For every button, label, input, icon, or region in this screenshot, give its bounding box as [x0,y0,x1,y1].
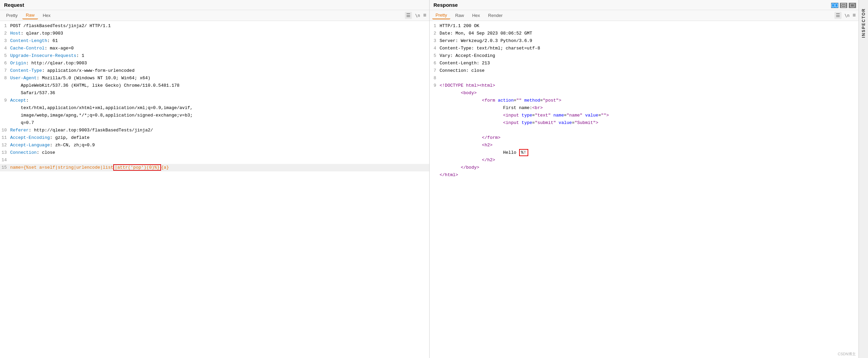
tab-response-render[interactable]: Render [485,12,506,19]
request-wrap-btn[interactable]: \n [414,13,421,18]
request-line-3: 3 Content-Length: 61 [0,37,429,45]
response-tab-actions: ☰ \n ≡ [834,12,856,19]
request-line-9: 9 Accept: text/html,application/xhtml+xm… [0,97,429,127]
request-tab-actions: ☰ \n ≡ [405,12,426,19]
response-line-15 [430,127,859,134]
request-panel-title: Request [0,0,429,10]
response-line-11: <form action="" method="post"> [430,97,859,104]
maximize-icon[interactable] [849,3,856,8]
response-line-16: </form> [430,134,859,142]
response-code-area[interactable]: 1 HTTP/1.1 200 OK 2 Date: Mon, 04 Sep 20… [430,21,859,358]
response-line-13: <input type="text" name="name" value=""> [430,112,859,119]
tab-request-raw[interactable]: Raw [22,12,38,19]
request-line-6: 6 Origin: http://qlear.top:9003 [0,60,429,67]
inspector-label: INSPECTOR [861,8,866,38]
response-line-17: <h2> [430,142,859,149]
tab-request-pretty[interactable]: Pretty [3,12,21,19]
response-line-7: 7 Connection: close [430,67,859,75]
response-panel: Response Pretty Raw Hex Render ☰ \n ≡ 1 … [430,0,859,358]
request-line-2: 2 Host: qlear.top:9003 [0,30,429,37]
request-line-1: 1 POST /flaskBasedTests/jinja2/ HTTP/1.1 [0,22,429,30]
request-line-14: 14 [0,156,429,164]
response-line-12: First name:<br> [430,104,859,112]
response-line-20: </body> [430,164,859,171]
response-line-1: 1 HTTP/1.1 200 OK [430,22,859,30]
tab-response-hex[interactable]: Hex [469,12,483,19]
top-toolbar [831,3,856,8]
request-format-btn[interactable]: ☰ [405,12,412,19]
response-line-3: 3 Server: Werkzeug/2.0.3 Python/3.6.9 [430,37,859,45]
request-tabs-bar: Pretty Raw Hex ☰ \n ≡ [0,10,429,21]
inspector-sidebar: INSPECTOR [859,0,868,358]
split-vertical-icon[interactable] [840,3,847,8]
response-panel-title: Response [430,0,859,10]
response-line-4: 4 Content-Type: text/html; charset=utf-8 [430,45,859,52]
response-format-btn[interactable]: ☰ [834,12,842,19]
request-line-13: 13 Connection: close [0,149,429,156]
tab-response-pretty[interactable]: Pretty [432,12,451,19]
request-line-12: 12 Accept-Language: zh-CN, zh;q=0.9 [0,142,429,149]
request-menu-btn[interactable]: ≡ [423,13,427,19]
response-line-21: </html> [430,171,859,179]
response-line-9: 9 <!DOCTYPE html><html> [430,82,859,89]
response-line-2: 2 Date: Mon, 04 Sep 2023 08:06:52 GMT [430,30,859,37]
request-title-text: Request [4,2,24,8]
response-line-8: 8 [430,75,859,82]
request-highlight-box: |attr('pop')(0)%} [113,164,161,171]
request-panel: Request Pretty Raw Hex ☰ \n ≡ 1 POST /fl… [0,0,430,358]
response-wrap-btn[interactable]: \n [844,13,850,18]
request-line-4: 4 Cache-Control: max-age=0 [0,45,429,52]
response-tabs-bar: Pretty Raw Hex Render ☰ \n ≡ [430,10,859,21]
response-line-5: 5 Vary: Accept-Encoding [430,52,859,60]
request-line-5: 5 Upgrade-Insecure-Requests: 1 [0,52,429,60]
response-line-14: <input type="submit" value="Submit"> [430,119,859,127]
response-line-19: </h2> [430,156,859,164]
split-horizontal-icon[interactable] [831,3,839,8]
response-hello-highlight: %! [519,149,529,156]
request-line-8: 8 User-Agent: Mozilla/5.0 (Windows NT 10… [0,75,429,97]
response-line-6: 6 Content-Length: 213 [430,60,859,67]
tab-request-hex[interactable]: Hex [39,12,54,19]
tab-response-raw[interactable]: Raw [452,12,467,19]
response-line-18: Hello %! [430,149,859,156]
request-line-15: 15 name={%set a=self|string|urlencode|li… [0,164,429,171]
watermark: CSDN博主 [838,352,856,357]
response-menu-btn[interactable]: ≡ [852,13,856,19]
request-line-10: 10 Referer: http://qlear.top:9003/flaskB… [0,127,429,134]
response-title-text: Response [434,2,458,8]
request-line-11: 11 Accept-Encoding: gzip, deflate [0,134,429,142]
response-line-10: <body> [430,89,859,97]
request-line-7: 7 Content-Type: application/x-www-form-u… [0,67,429,75]
request-code-area[interactable]: 1 POST /flaskBasedTests/jinja2/ HTTP/1.1… [0,21,429,358]
